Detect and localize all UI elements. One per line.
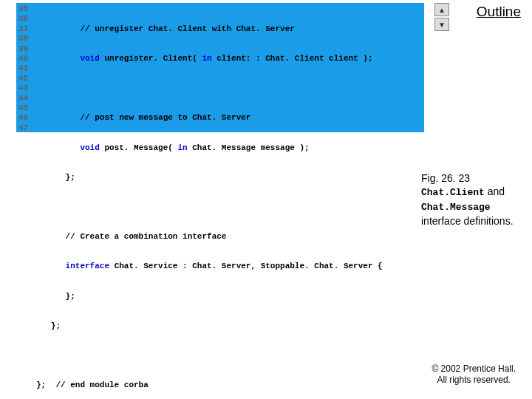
line-number-gutter: 35 36 37 38 39 40 41 42 43 44 45 46 47 [16, 3, 36, 132]
caption-code: Chat.Message [421, 202, 491, 213]
line-number: 36 [18, 14, 36, 24]
code-line [36, 83, 383, 93]
code-line [36, 351, 383, 361]
line-number: 37 [18, 24, 36, 34]
chevron-up-icon: ▲ [438, 6, 446, 14]
line-number: 43 [18, 83, 36, 93]
line-number: 40 [18, 54, 36, 64]
code-line [36, 202, 383, 212]
line-number: 47 [18, 123, 36, 133]
figure-caption: Fig. 26. 23 Chat.Client and Chat.Message… [421, 171, 525, 228]
line-number: 35 [18, 4, 36, 14]
line-number: 38 [18, 34, 36, 44]
code-block: 35 36 37 38 39 40 41 42 43 44 45 46 47 /… [16, 3, 424, 132]
line-number: 44 [18, 94, 36, 103]
code-line: }; // end module corba [36, 381, 383, 390]
chevron-down-icon: ▼ [438, 21, 446, 29]
code-line: void post. Message( in Chat. Message mes… [36, 143, 383, 153]
caption-code: Chat.Client [421, 187, 485, 198]
code-line: }; [36, 292, 383, 301]
code-line: void unregister. Client( in client: : Ch… [36, 54, 383, 64]
copyright-notice: © 2002 Prentice Hall. All rights reserve… [432, 364, 516, 386]
figure-number: Fig. 26. 23 [421, 172, 470, 184]
code-content: // unregister Chat. Client with Chat. Se… [36, 3, 383, 132]
scroll-down-button[interactable]: ▼ [434, 18, 449, 31]
caption-text: interface definitions. [421, 215, 514, 227]
code-line: interface Chat. Service : Chat. Server, … [36, 262, 383, 271]
scroll-up-button[interactable]: ▲ [434, 3, 449, 16]
code-line: // post new message to Chat. Server [36, 113, 383, 123]
code-line: // Create a combination interface [36, 232, 383, 242]
line-number: 42 [18, 74, 36, 83]
code-line: }; [36, 173, 383, 183]
caption-text: and [485, 185, 505, 197]
code-line: // unregister Chat. Client with Chat. Se… [36, 24, 383, 34]
outline-link[interactable]: Outline [477, 4, 521, 20]
copyright-line: © 2002 Prentice Hall. [432, 364, 516, 374]
line-number: 41 [18, 64, 36, 73]
line-number: 39 [18, 44, 36, 54]
code-line: }; [36, 321, 383, 331]
copyright-line: All rights reserved. [437, 375, 511, 385]
line-number: 46 [18, 113, 36, 123]
line-number: 45 [18, 103, 36, 113]
